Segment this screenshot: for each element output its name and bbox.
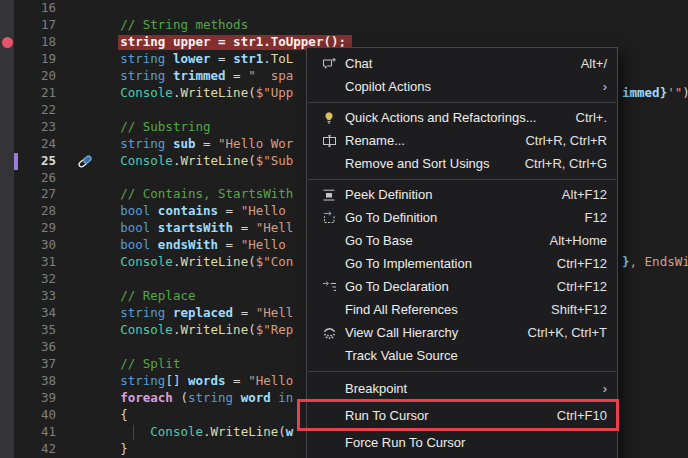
- code-token: [60, 441, 120, 456]
- code-token: lower: [173, 51, 211, 66]
- menu-item-label: Quick Actions and Refactorings...: [345, 110, 564, 125]
- code-token: (: [248, 85, 256, 100]
- menu-item-track-value-source[interactable]: Track Value Source: [307, 344, 617, 367]
- line-number: 39: [14, 390, 56, 407]
- code-token: (: [278, 424, 286, 439]
- menu-item-chat[interactable]: ChatAlt+/: [307, 52, 617, 75]
- code-token: .: [203, 424, 211, 439]
- line-number: 16: [14, 0, 56, 17]
- line-number: 41: [14, 424, 56, 441]
- code-token: [60, 407, 120, 422]
- menu-item-view-call-hierarchy[interactable]: View Call HierarchyCtrl+K, Ctrl+T: [307, 321, 617, 344]
- menu-item-go-to-implementation[interactable]: Go To ImplementationCtrl+F12: [307, 252, 617, 275]
- breakpoint-indicator[interactable]: [2, 37, 13, 48]
- code-token: // Replace: [120, 288, 195, 303]
- code-text: Console.WriteLine($"Sub: [60, 153, 293, 170]
- menu-separator: [308, 179, 616, 180]
- code-text: // String methods: [60, 17, 248, 34]
- code-token: Console: [120, 322, 173, 337]
- line-number: 21: [14, 85, 56, 102]
- run-to-cursor-annotation: [297, 399, 619, 431]
- menu-item-peek-definition[interactable]: Peek DefinitionAlt+F12: [307, 183, 617, 206]
- code-token: .: [263, 51, 271, 66]
- code-token: " spa: [248, 68, 293, 83]
- menu-item-rename[interactable]: Rename...Ctrl+R, Ctrl+R: [307, 129, 617, 152]
- code-token: (: [248, 153, 256, 168]
- code-token: // Substring: [120, 119, 210, 134]
- code-token: [60, 322, 120, 337]
- menu-item-shortcut: Ctrl+R, Ctrl+R: [525, 133, 607, 148]
- code-text: string trimmed = " spa: [60, 68, 293, 85]
- line-number: 17: [14, 17, 56, 34]
- code-token: w: [286, 424, 294, 439]
- chat-icon: [322, 57, 337, 71]
- code-token: [60, 237, 120, 252]
- code-token: "Hello Wor: [218, 136, 293, 151]
- code-token: $"Con: [256, 254, 294, 269]
- code-token: (: [248, 322, 256, 337]
- code-token: [60, 51, 120, 66]
- code-token: [60, 153, 120, 168]
- code-text: // Contains, StartsWith: [60, 186, 293, 203]
- line-number: 29: [14, 220, 56, 237]
- code-token: ToL: [271, 51, 294, 66]
- line-number: 23: [14, 119, 56, 136]
- code-token: WriteLine: [211, 424, 279, 439]
- code-token: Console: [120, 85, 173, 100]
- code-token: immed}: [622, 85, 667, 100]
- line-number: 28: [14, 203, 56, 220]
- menu-item-label: View Call Hierarchy: [345, 325, 516, 340]
- code-line[interactable]: 16: [0, 0, 688, 17]
- code-token: [60, 34, 120, 49]
- menu-item-go-to-declaration[interactable]: Go To DeclarationCtrl+F12: [307, 275, 617, 298]
- code-token: (: [248, 254, 256, 269]
- menu-item-label: Go To Declaration: [345, 279, 545, 294]
- go-to-definition-icon: [322, 211, 337, 225]
- code-token: [60, 356, 120, 371]
- code-token: WriteLine: [180, 322, 248, 337]
- code-token: [60, 390, 120, 405]
- menu-item-shortcut: F12: [585, 210, 607, 225]
- menu-item-breakpoint[interactable]: Breakpoint›: [307, 375, 617, 402]
- code-token: }: [622, 254, 630, 269]
- menu-item-copilot-actions[interactable]: Copilot Actions›: [307, 75, 617, 98]
- line-number: 37: [14, 356, 56, 373]
- code-token: Console: [150, 424, 203, 439]
- menu-item-quick-actions-and-refactorings[interactable]: Quick Actions and Refactorings...Ctrl+.: [307, 106, 617, 129]
- code-token: "Hello: [241, 237, 294, 252]
- code-text: {: [60, 407, 128, 424]
- menu-item-go-to-base[interactable]: Go To BaseAlt+Home: [307, 229, 617, 252]
- code-text: Console.WriteLine(w: [60, 424, 293, 441]
- code-token: Console: [120, 153, 173, 168]
- code-text: string replaced = "Hell: [60, 305, 293, 322]
- code-token: =: [226, 373, 249, 388]
- code-token: [60, 17, 120, 32]
- menu-item-go-to-definition[interactable]: Go To DefinitionF12: [307, 206, 617, 229]
- code-text: bool startsWith = "Hell: [60, 220, 293, 237]
- code-token: // String methods: [120, 17, 248, 32]
- code-line[interactable]: 17 // String methods: [0, 17, 688, 34]
- code-text: }: [60, 441, 128, 458]
- menu-item-label: Go To Definition: [345, 210, 573, 225]
- menu-item-force-run-to-cursor[interactable]: Force Run To Cursor: [307, 429, 617, 456]
- context-menu: ChatAlt+/Copilot Actions›Quick Actions a…: [306, 47, 618, 458]
- code-token: "Hello: [248, 373, 293, 388]
- code-token: [60, 85, 120, 100]
- code-token: [60, 203, 120, 218]
- menu-separator: [308, 102, 616, 103]
- line-number: 40: [14, 407, 56, 424]
- menu-item-remove-and-sort-usings[interactable]: Remove and Sort UsingsCtrl+R, Ctrl+G: [307, 152, 617, 175]
- peek-definition-icon: [317, 188, 341, 202]
- line-number: 22: [14, 102, 56, 119]
- code-text: string sub = "Hello Wor: [60, 136, 293, 153]
- submenu-chevron-icon: ›: [603, 381, 607, 396]
- menu-item-label: Track Value Source: [345, 348, 607, 363]
- code-token: string: [120, 136, 173, 151]
- menu-item-label: Remove and Sort Usings: [345, 156, 513, 171]
- code-token: [60, 254, 120, 269]
- peek-definition-icon: [322, 188, 336, 202]
- code-token: bool: [120, 220, 158, 235]
- code-token: contains: [158, 203, 218, 218]
- line-number: 20: [14, 68, 56, 85]
- menu-item-find-all-references[interactable]: Find All ReferencesShift+F12: [307, 298, 617, 321]
